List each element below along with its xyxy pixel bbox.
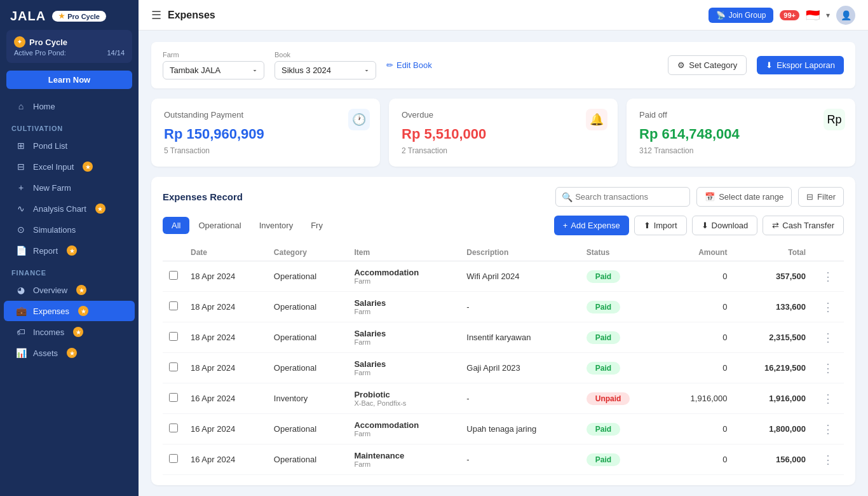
badge-icon: ★ [73, 327, 83, 337]
row-checkbox-2[interactable] [169, 332, 178, 341]
row-menu-button-4[interactable]: ⋮ [818, 390, 837, 407]
summary-card-amount-2: Rp 614,748,004 [639, 126, 843, 142]
notification-badge[interactable]: 99+ [780, 10, 799, 20]
sidebar-item-simulations[interactable]: ⊙Simulations [4, 219, 135, 240]
row-checkbox-5[interactable] [169, 424, 178, 432]
cell-date-4: 16 Apr 2024 [184, 383, 268, 414]
user-avatar-icon: ✦ [14, 36, 25, 48]
sidebar-item-analysis-chart[interactable]: ∿Analysis Chart★ [4, 198, 135, 219]
summary-card-amount-1: Rp 5,510,000 [402, 126, 605, 142]
row-checkbox-6[interactable] [169, 454, 178, 463]
sidebar-item-new-farm[interactable]: +New Farm [4, 177, 135, 198]
row-checkbox-4[interactable] [169, 393, 178, 402]
sidebar-item-label-report: Report [33, 246, 58, 256]
date-range-button[interactable]: 📅 Select date range [696, 187, 792, 207]
cell-status-0: Paid [580, 261, 662, 292]
row-checkbox-3[interactable] [169, 362, 178, 371]
row-checkbox-1[interactable] [169, 301, 178, 310]
cell-category-1: Operational [268, 292, 348, 322]
sidebar-user-card: ✦ Pro Cycle Active Pro Pond: 14/14 [6, 30, 132, 63]
edit-book-button[interactable]: ✏ Edit Book [386, 60, 432, 70]
tab-all[interactable]: All [163, 217, 189, 234]
sidebar-item-label-excel-input: Excel Input [33, 162, 74, 172]
tab-inventory[interactable]: Inventory [250, 217, 302, 234]
cell-category-2: Operational [268, 322, 348, 353]
cell-amount-5: 0 [661, 414, 733, 444]
sidebar-item-label-new-farm: New Farm [33, 183, 71, 193]
cell-item-0: AccommodationFarm [348, 261, 460, 292]
sidebar-item-label-incomes: Incomes [33, 327, 64, 337]
analysis-chart-icon: ∿ [15, 203, 27, 214]
calendar-icon: 📅 [705, 192, 715, 202]
cell-date-0: 18 Apr 2024 [184, 261, 268, 292]
cell-status-5: Paid [580, 414, 662, 444]
cell-category-4: Inventory [268, 383, 348, 414]
cash-transfer-button[interactable]: ⇄ Cash Transfer [763, 216, 844, 235]
chevron-down-icon[interactable]: ▾ [826, 11, 830, 20]
tab-operational[interactable]: Operational [189, 217, 250, 234]
book-select[interactable]: Siklus 3 2024 [275, 61, 376, 79]
overview-icon: ◕ [15, 285, 27, 295]
download-button[interactable]: ⬇ Download [692, 216, 758, 235]
cell-status-6: Paid [580, 444, 662, 475]
sidebar-item-pond-list[interactable]: ⊞Pond List [4, 135, 135, 156]
import-icon: ⬆ [644, 221, 651, 230]
cell-total-2: 2,315,500 [733, 322, 812, 353]
cell-date-1: 18 Apr 2024 [184, 292, 268, 322]
join-group-button[interactable]: 📡 Join Group [709, 8, 774, 23]
sidebar-item-assets[interactable]: 📊Assets★ [4, 343, 135, 363]
row-menu-button-3[interactable]: ⋮ [818, 360, 837, 376]
table-row: 18 Apr 2024 Operational SalariesFarm Ins… [163, 322, 844, 353]
summary-card-2: Rp Paid off Rp 614,748,004 312 Transacti… [627, 99, 855, 167]
badge-icon: ★ [95, 203, 105, 214]
cell-amount-3: 0 [661, 353, 733, 383]
cell-item-4: ProbioticX-Bac, Pondfix-s [348, 383, 460, 414]
search-input[interactable] [555, 187, 690, 207]
row-menu-button-0[interactable]: ⋮ [818, 268, 837, 285]
user-avatar[interactable]: 👤 [836, 6, 855, 25]
cell-status-2: Paid [580, 322, 662, 353]
summary-card-icon-1: 🔔 [586, 109, 607, 130]
add-expense-button[interactable]: + Add Expense [554, 216, 629, 235]
expenses-record: Expenses Record 🔍 📅 Select date range ⊟ … [151, 177, 855, 485]
excel-input-icon: ⊟ [15, 162, 27, 172]
sidebar-item-expenses[interactable]: 💼Expenses★ [4, 301, 135, 321]
badge-icon: ★ [67, 348, 77, 358]
sidebar-item-home[interactable]: ⌂Home [4, 96, 135, 116]
tab-fry[interactable]: Fry [302, 217, 332, 234]
sidebar-logo: JALA ★ Pro Cycle [0, 0, 139, 30]
summary-card-0: 🕐 Outstanding Payment Rp 150,960,909 5 T… [151, 99, 380, 167]
flag-icon: 🇮🇩 [806, 8, 820, 22]
summary-card-sub-0: 5 Transaction [164, 146, 367, 155]
row-menu-button-2[interactable]: ⋮ [818, 329, 837, 346]
learn-now-button[interactable]: Learn Now [6, 71, 132, 89]
menu-icon[interactable]: ☰ [151, 8, 161, 22]
sidebar-section-label: FINANCE [0, 261, 139, 279]
summary-card-title-1: Overdue [402, 110, 605, 120]
new-farm-icon: + [15, 183, 27, 193]
badge-icon: ★ [76, 285, 86, 295]
cell-category-3: Operational [268, 353, 348, 383]
user-sub: Active Pro Pond: 14/14 [14, 49, 125, 57]
simulations-icon: ⊙ [15, 224, 27, 235]
pro-badge: ★ Pro Cycle [52, 11, 106, 22]
sidebar-item-excel-input[interactable]: ⊟Excel Input★ [4, 156, 135, 177]
sidebar-item-report[interactable]: 📄Report★ [4, 240, 135, 261]
import-button[interactable]: ⬆ Import [634, 216, 687, 235]
ekspor-laporan-button[interactable]: ⬇ Ekspor Laporan [757, 56, 844, 74]
sidebar-item-overview[interactable]: ◕Overview★ [4, 280, 135, 300]
row-menu-button-1[interactable]: ⋮ [818, 299, 837, 315]
cell-total-3: 16,219,500 [733, 353, 812, 383]
sidebar: JALA ★ Pro Cycle ✦ Pro Cycle Active Pro … [0, 0, 139, 496]
cell-date-3: 18 Apr 2024 [184, 353, 268, 383]
summary-cards: 🕐 Outstanding Payment Rp 150,960,909 5 T… [151, 99, 855, 167]
row-menu-button-5[interactable]: ⋮ [818, 421, 837, 437]
row-checkbox-0[interactable] [169, 271, 178, 280]
sidebar-item-incomes[interactable]: 🏷Incomes★ [4, 322, 135, 342]
row-menu-button-6[interactable]: ⋮ [818, 451, 837, 468]
set-category-button[interactable]: ⚙ Set Category [668, 55, 747, 75]
farm-select[interactable]: Tambak JALA [163, 61, 264, 79]
filter-button[interactable]: ⊟ Filter [798, 187, 844, 207]
pond-list-icon: ⊞ [15, 141, 27, 151]
cell-item-5: AccommodationFarm [348, 414, 460, 444]
